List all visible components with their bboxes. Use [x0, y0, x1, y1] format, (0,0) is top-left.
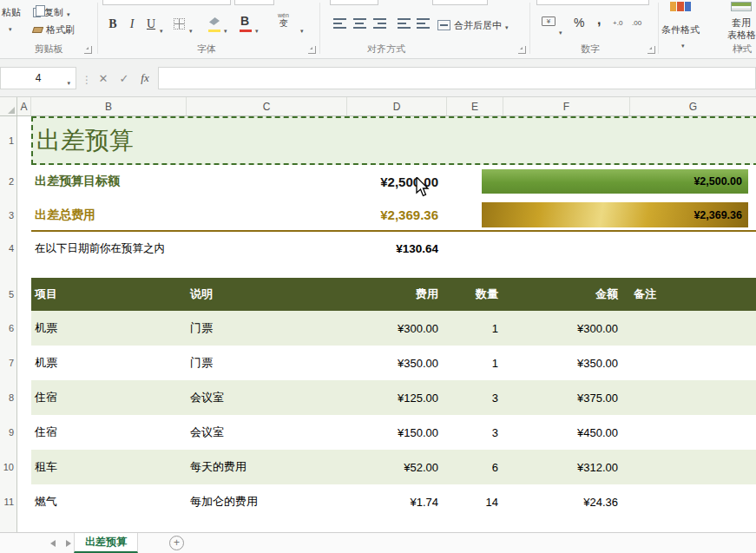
quantity-cell[interactable]: 1	[447, 311, 503, 346]
comma-style-button[interactable]: ,	[597, 12, 601, 28]
align-center-icon[interactable]	[353, 18, 366, 29]
increase-indent-icon[interactable]	[417, 18, 430, 29]
accounting-format-icon[interactable]: ¥	[542, 16, 555, 26]
item-cell[interactable]: 燃气	[35, 484, 184, 519]
decrease-decimal-button[interactable]: .00	[632, 19, 641, 27]
row-header[interactable]: 1	[0, 116, 17, 165]
cost-cell[interactable]: ¥350.00	[347, 346, 447, 380]
conditional-formatting-button[interactable]: 条件格式	[661, 23, 700, 36]
header-item[interactable]: 项目	[35, 278, 184, 311]
cost-cell[interactable]: ¥150.00	[347, 415, 447, 450]
row-header[interactable]: 10	[0, 450, 17, 484]
date-label-cell[interactable]: 在以下日期前你在预算之内	[35, 232, 184, 265]
row-header[interactable]: 3	[0, 198, 17, 232]
sheet-tab[interactable]: 出差预算	[74, 533, 138, 553]
italic-button[interactable]: I	[123, 14, 141, 35]
next-sheet-icon[interactable]	[66, 540, 71, 547]
font-dialog-launcher-icon[interactable]	[308, 46, 316, 54]
target-label-cell[interactable]: 出差预算目标额	[35, 165, 184, 198]
column-header-a[interactable]: A	[17, 97, 31, 115]
row-header[interactable]: 5	[0, 278, 17, 311]
quantity-cell[interactable]: 1	[447, 346, 503, 380]
amount-cell[interactable]: ¥300.00	[503, 311, 630, 346]
cost-cell[interactable]: ¥1.74	[347, 484, 447, 519]
cost-cell[interactable]: ¥125.00	[347, 380, 447, 415]
column-header-b[interactable]: B	[31, 97, 187, 115]
column-header-e[interactable]: E	[447, 97, 503, 115]
select-all-corner[interactable]	[0, 97, 17, 115]
enter-button[interactable]: ✓	[115, 67, 134, 89]
item-cell[interactable]: 住宿	[35, 380, 184, 415]
target-value-cell[interactable]: ¥2,500.00	[347, 165, 447, 198]
alignment-dialog-launcher-icon[interactable]	[518, 46, 526, 54]
header-description[interactable]: 说明	[190, 278, 343, 311]
cancel-button[interactable]: ✕	[94, 67, 113, 89]
name-box[interactable]: 4	[0, 67, 76, 89]
sheet-title[interactable]: 出差预算	[36, 116, 134, 165]
amount-cell[interactable]: ¥375.00	[503, 380, 630, 415]
description-cell[interactable]: 门票	[190, 311, 343, 346]
target-data-bar[interactable]: ¥2,500.00	[482, 169, 748, 194]
row-header[interactable]: 7	[0, 346, 17, 380]
item-cell[interactable]: 租车	[35, 450, 184, 484]
formula-bar-handle[interactable]	[82, 71, 92, 87]
clipboard-dialog-launcher-icon[interactable]	[84, 46, 92, 54]
align-left-icon[interactable]	[333, 18, 346, 29]
column-header-c[interactable]: C	[187, 97, 347, 115]
cost-cell[interactable]: ¥300.00	[347, 311, 447, 346]
previous-sheet-icon[interactable]	[50, 540, 56, 547]
add-sheet-button[interactable]: +	[169, 536, 184, 550]
header-cost[interactable]: 费用	[347, 278, 447, 311]
item-cell[interactable]: 机票	[35, 311, 184, 346]
copy-button[interactable]: 复制	[33, 4, 70, 20]
total-value-cell[interactable]: ¥2,369.36	[347, 198, 447, 232]
quantity-cell[interactable]: 3	[447, 380, 503, 415]
paste-button[interactable]: 粘贴	[2, 6, 21, 35]
item-cell[interactable]: 机票	[35, 346, 184, 380]
font-size-box-cut[interactable]	[234, 0, 274, 5]
row-header[interactable]: 8	[0, 380, 17, 415]
header-amount[interactable]: 金额	[503, 278, 630, 311]
increase-decimal-button[interactable]: +.0	[613, 19, 622, 27]
description-cell[interactable]: 每加仑的费用	[190, 484, 343, 519]
format-as-table-button[interactable]: 套用	[732, 16, 751, 30]
header-quantity[interactable]: 数量	[447, 278, 503, 311]
row-header[interactable]: 6	[0, 311, 17, 346]
column-header-f[interactable]: F	[503, 97, 630, 115]
align-right-icon[interactable]	[373, 18, 386, 29]
description-cell[interactable]: 会议室	[190, 380, 343, 415]
quantity-cell[interactable]: 6	[447, 450, 503, 484]
font-color-button[interactable]: B	[240, 14, 249, 28]
header-notes[interactable]: 备注	[634, 278, 751, 311]
format-painter-button[interactable]: 格式刷	[33, 23, 75, 36]
amount-cell[interactable]: ¥350.00	[503, 346, 630, 380]
amount-cell[interactable]: ¥24.36	[503, 484, 630, 519]
phonetic-guide-button[interactable]: wén 变	[278, 12, 289, 29]
quantity-cell[interactable]: 14	[447, 484, 503, 519]
column-header-g[interactable]: G	[630, 97, 756, 115]
quantity-cell[interactable]: 3	[447, 415, 503, 450]
merge-center-button[interactable]: 合并后居中	[437, 17, 509, 33]
font-name-box-cut[interactable]	[102, 0, 231, 5]
underline-button[interactable]: U	[142, 14, 160, 35]
item-cell[interactable]: 住宿	[35, 415, 184, 450]
amount-cell[interactable]: ¥312.00	[503, 450, 630, 484]
total-label-cell[interactable]: 出差总费用	[35, 198, 184, 232]
description-cell[interactable]: 每天的费用	[190, 450, 343, 484]
total-data-bar[interactable]: ¥2,369.36	[482, 202, 748, 227]
borders-icon[interactable]	[174, 18, 185, 30]
number-dialog-launcher-icon[interactable]	[648, 46, 655, 54]
description-cell[interactable]: 会议室	[190, 415, 343, 450]
percent-style-button[interactable]: %	[574, 16, 584, 30]
bold-button[interactable]: B	[104, 14, 122, 35]
column-header-d[interactable]: D	[347, 97, 447, 115]
formula-input[interactable]	[158, 67, 756, 89]
decrease-indent-icon[interactable]	[398, 18, 411, 29]
number-format-box-cut[interactable]	[536, 0, 649, 5]
remaining-value-cell[interactable]: ¥130.64	[347, 232, 447, 265]
row-header[interactable]: 9	[0, 415, 17, 450]
row-header[interactable]: 11	[0, 484, 17, 519]
row-header[interactable]: 2	[0, 165, 17, 198]
row-header[interactable]: 4	[0, 232, 17, 265]
amount-cell[interactable]: ¥450.00	[503, 415, 630, 450]
